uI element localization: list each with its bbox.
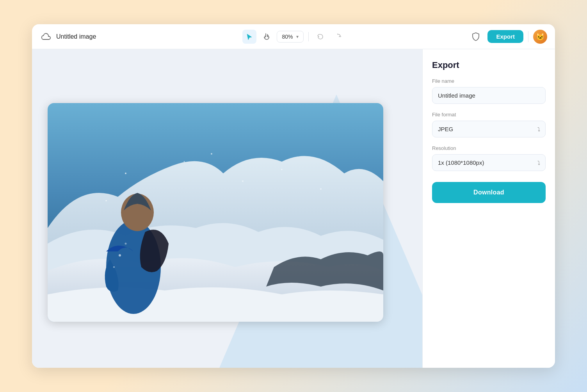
app-window: Untitled image 80% ▾ xyxy=(32,24,555,368)
header: Untitled image 80% ▾ xyxy=(32,24,555,49)
svg-point-1 xyxy=(125,173,126,174)
undo-button[interactable] xyxy=(313,30,327,44)
header-right-divider xyxy=(528,31,528,42)
zoom-control[interactable]: 80% ▾ xyxy=(277,31,303,43)
svg-point-6 xyxy=(281,169,283,170)
svg-point-5 xyxy=(211,153,212,155)
resolution-select-wrapper: 1x (1080*1080px) 2x (2160*2160px) 0.5x (… xyxy=(432,154,546,171)
svg-point-11 xyxy=(113,266,115,268)
zoom-chevron-icon: ▾ xyxy=(296,34,299,39)
svg-point-12 xyxy=(125,243,127,245)
canvas-area[interactable] xyxy=(32,49,422,368)
main-content: Export File name File format JPEG PNG We… xyxy=(32,49,555,368)
svg-point-4 xyxy=(106,200,107,201)
shield-button[interactable] xyxy=(469,30,483,44)
svg-point-10 xyxy=(119,254,121,257)
resolution-select[interactable]: 1x (1080*1080px) 2x (2160*2160px) 0.5x (… xyxy=(432,154,546,171)
doc-title: Untitled image xyxy=(56,33,96,40)
export-button[interactable]: Export xyxy=(487,30,523,43)
svg-point-2 xyxy=(184,161,185,162)
file-format-select[interactable]: JPEG PNG WebP SVG xyxy=(432,121,546,137)
file-format-select-wrapper: JPEG PNG WebP SVG ⤵ xyxy=(432,121,546,137)
file-format-label: File format xyxy=(432,112,546,118)
export-panel-title: Export xyxy=(432,60,546,70)
resolution-label: Resolution xyxy=(432,145,546,151)
file-name-label: File name xyxy=(432,78,546,84)
file-format-group: File format JPEG PNG WebP SVG ⤵ xyxy=(432,112,546,137)
svg-point-3 xyxy=(242,180,244,182)
header-left: Untitled image xyxy=(40,30,238,43)
redo-button[interactable] xyxy=(331,30,345,44)
cloud-icon xyxy=(40,30,52,43)
image-frame xyxy=(48,103,383,322)
pan-tool-button[interactable] xyxy=(260,30,274,44)
resolution-group: Resolution 1x (1080*1080px) 2x (2160*216… xyxy=(432,145,546,171)
select-tool-button[interactable] xyxy=(242,30,256,44)
avatar[interactable]: 🐱 xyxy=(533,30,547,44)
file-name-input[interactable] xyxy=(432,87,546,104)
download-button[interactable]: Download xyxy=(432,182,546,203)
file-name-group: File name xyxy=(432,78,546,104)
svg-point-7 xyxy=(320,188,322,190)
header-right: Export 🐱 xyxy=(349,30,547,44)
toolbar-divider xyxy=(308,32,309,41)
header-center: 80% ▾ xyxy=(242,30,344,44)
export-panel: Export File name File format JPEG PNG We… xyxy=(422,49,555,368)
zoom-value: 80% xyxy=(282,34,293,40)
